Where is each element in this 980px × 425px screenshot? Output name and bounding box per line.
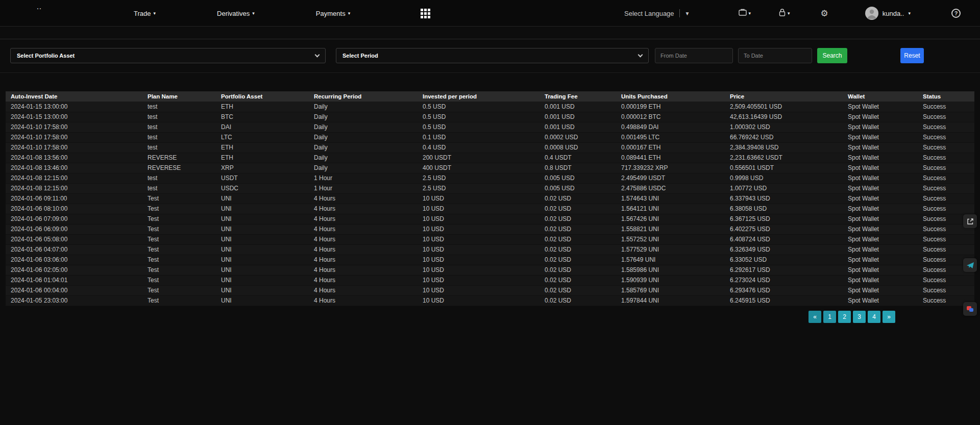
table-cell: 4 Hours: [309, 255, 418, 265]
table-row: 2024-01-06 08:10:00TestUNI4 Hours10 USD0…: [6, 204, 974, 214]
chevron-down-icon: ▾: [153, 11, 156, 16]
table-cell: 6.245915 USD: [725, 295, 843, 306]
table-cell: 1.574643 UNI: [616, 193, 725, 204]
table-cell: ETH: [216, 102, 309, 112]
period-select[interactable]: Select Period: [336, 48, 649, 63]
to-date-input[interactable]: [738, 48, 812, 63]
nav-item-label: Derivatives: [217, 10, 250, 17]
chevron-down-icon: [638, 52, 643, 57]
table-cell: Daily: [309, 163, 418, 173]
nav-item-trade[interactable]: Trade ▾: [134, 10, 156, 17]
table-cell: 10 USD: [418, 204, 540, 214]
table-cell: UNI: [216, 285, 309, 295]
table-cell: Success: [918, 142, 974, 153]
logo[interactable]: ..: [37, 3, 42, 11]
reset-button[interactable]: Reset: [900, 48, 924, 63]
table-cell: 10 USD: [418, 295, 540, 306]
filter-bar: Select Portfolio Asset Select Period Sea…: [0, 39, 980, 73]
table-cell: 717.339232 XRP: [616, 163, 725, 173]
table-cell: Spot Wallet: [843, 255, 918, 265]
nav-right: Select Language ▼ ▾ ▾ ⚙: [624, 0, 961, 27]
table-cell: Success: [918, 153, 974, 163]
nav-item-payments[interactable]: Payments ▾: [316, 10, 350, 17]
table-row: 2024-01-08 12:15:00testUSDC1 Hour2.5 USD…: [6, 183, 974, 193]
table-cell: 2024-01-15 13:00:00: [6, 102, 142, 112]
table-cell: test: [142, 112, 216, 122]
pagination-pages: 1234: [823, 311, 880, 323]
apps-grid-icon[interactable]: [421, 9, 430, 18]
wallet-menu[interactable]: ▾: [739, 9, 751, 18]
table-row: 2024-01-06 06:09:00TestUNI4 Hours10 USD0…: [6, 224, 974, 234]
table-cell: 1.577529 UNI: [616, 244, 725, 255]
table-cell: 0.8 USDT: [540, 163, 616, 173]
table-row: 2024-01-06 03:06:00TestUNI4 Hours10 USD0…: [6, 255, 974, 265]
table-cell: 0.02 USD: [540, 255, 616, 265]
help-icon[interactable]: ?: [951, 9, 961, 18]
column-header: Wallet: [843, 91, 918, 102]
column-header: Units Purchased: [616, 91, 725, 102]
table-cell: Daily: [309, 153, 418, 163]
table-cell: 0.0008 USD: [540, 142, 616, 153]
user-menu[interactable]: kunda.. ▾: [865, 7, 911, 20]
table-cell: 2024-01-10 17:58:00: [6, 142, 142, 153]
telegram-icon[interactable]: [963, 258, 977, 272]
table-cell: USDC: [216, 183, 309, 193]
table-cell: 6.337943 USD: [725, 193, 843, 204]
security-menu[interactable]: ▾: [779, 9, 790, 18]
nav-item-derivatives[interactable]: Derivatives ▾: [217, 10, 255, 17]
settings-gear-icon[interactable]: ⚙: [821, 8, 828, 19]
table-cell: 0.000199 ETH: [616, 102, 725, 112]
table-cell: 1.57649 UNI: [616, 255, 725, 265]
table-cell: 2024-01-05 23:03:00: [6, 295, 142, 306]
table-cell: 6.408724 USD: [725, 234, 843, 244]
table-cell: Spot Wallet: [843, 234, 918, 244]
table-cell: Spot Wallet: [843, 163, 918, 173]
table-cell: 6.33052 USD: [725, 255, 843, 265]
table-row: 2024-01-06 02:05:00TestUNI4 Hours10 USD0…: [6, 265, 974, 275]
table-cell: 1.00772 USD: [725, 183, 843, 193]
table-cell: REVERESE: [142, 163, 216, 173]
table-cell: 0.005 USD: [540, 173, 616, 183]
table-cell: 0.02 USD: [540, 244, 616, 255]
table-cell: 0.4 USD: [418, 142, 540, 153]
table-cell: Test: [142, 285, 216, 295]
table-cell: test: [142, 142, 216, 153]
avatar: [865, 7, 878, 20]
table-cell: Daily: [309, 102, 418, 112]
table-cell: 2024-01-06 05:08:00: [6, 234, 142, 244]
page: .. Trade ▾ Derivatives ▾ Payments ▾ Sele…: [0, 0, 980, 323]
table-cell: Success: [918, 132, 974, 142]
pagination-next[interactable]: »: [883, 311, 895, 323]
pagination-prev[interactable]: «: [808, 311, 821, 323]
table-cell: 1.558821 UNI: [616, 224, 725, 234]
table-cell: test: [142, 183, 216, 193]
table-cell: 2024-01-08 13:56:00: [6, 153, 142, 163]
table-cell: 10 USD: [418, 234, 540, 244]
table-cell: Test: [142, 255, 216, 265]
pagination-page-2[interactable]: 2: [838, 311, 851, 323]
table-cell: 0.001 USD: [540, 122, 616, 132]
table-cell: 2024-01-08 12:15:00: [6, 173, 142, 183]
table-cell: Test: [142, 275, 216, 285]
search-button[interactable]: Search: [817, 48, 847, 63]
from-date-input[interactable]: [655, 48, 733, 63]
pagination-page-4[interactable]: 4: [868, 311, 880, 323]
table-cell: Spot Wallet: [843, 224, 918, 234]
table-cell: 6.326349 USD: [725, 244, 843, 255]
portfolio-asset-select[interactable]: Select Portfolio Asset: [10, 48, 326, 63]
table-cell: Test: [142, 214, 216, 224]
chat-icon[interactable]: [963, 302, 977, 316]
table-cell: REVERSE: [142, 153, 216, 163]
table-cell: 0.9998 USD: [725, 173, 843, 183]
share-icon[interactable]: [963, 214, 977, 228]
pagination-page-1[interactable]: 1: [823, 311, 836, 323]
language-label: Select Language: [624, 10, 674, 17]
table-cell: 1.567426 UNI: [616, 214, 725, 224]
table-cell: 0.089441 ETH: [616, 153, 725, 163]
username-label: kunda..: [883, 10, 904, 17]
language-selector[interactable]: Select Language ▼: [624, 9, 690, 17]
table-row: 2024-01-10 17:58:00testETHDaily0.4 USD0.…: [6, 142, 974, 153]
pagination-page-3[interactable]: 3: [853, 311, 866, 323]
table-cell: 0.5 USD: [418, 122, 540, 132]
table-cell: Spot Wallet: [843, 132, 918, 142]
